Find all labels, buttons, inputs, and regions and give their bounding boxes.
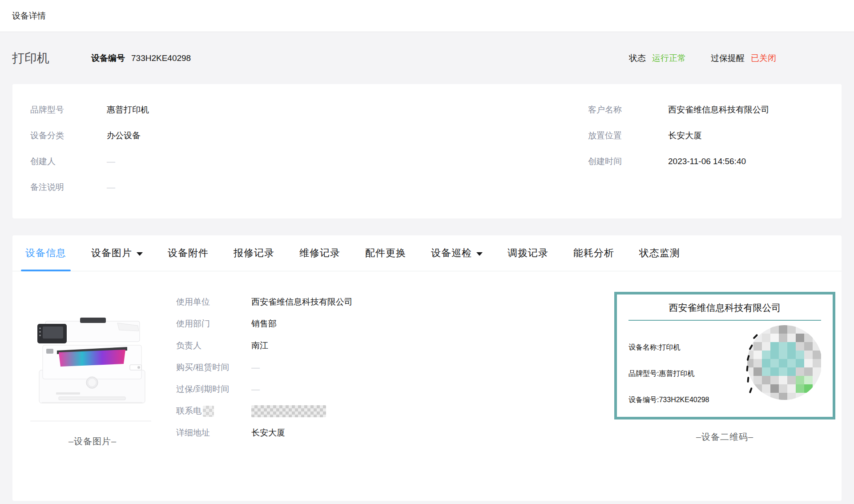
warranty-label: 过保提醒 (711, 52, 745, 64)
field-label: 使用单位 (176, 295, 251, 309)
field-value: 长安大厦 (251, 426, 285, 439)
detail-row-phone: 联系电 (176, 404, 614, 418)
tab-label: 设备图片 (91, 246, 132, 260)
detail-row: 负责人 南江 (176, 339, 614, 352)
qr-block: 西安雀维信息科技有限公司 设备名称:打印机 品牌型号:惠普打印机 设备编号:73… (614, 292, 835, 443)
tab-parts-replacement[interactable]: 配件更换 (359, 235, 412, 271)
qr-caption: –设备二维码– (614, 431, 835, 443)
device-name: 打印机 (12, 50, 49, 67)
pixelated-phone-value (251, 405, 326, 417)
tab-label: 设备巡检 (431, 246, 472, 260)
chevron-down-icon (137, 252, 143, 256)
tab-device-images[interactable]: 设备图片 (85, 235, 149, 271)
detail-row: 使用单位 西安雀维信息科技有限公司 (176, 295, 614, 309)
summary-row: 品牌型号 惠普打印机 (30, 102, 588, 117)
field-value: 西安雀维信息科技有限公司 (668, 102, 769, 117)
tab-device-info[interactable]: 设备信息 (19, 235, 73, 271)
summary-row: 客户名称 西安雀维信息科技有限公司 (588, 102, 824, 117)
warranty-value: 已关闭 (751, 52, 776, 64)
field-label: 购买/租赁时间 (176, 361, 251, 374)
image-divider (30, 421, 151, 421)
tab-device-inspection[interactable]: 设备巡检 (425, 235, 489, 271)
field-label: 负责人 (176, 339, 251, 352)
summary-row: 备注说明 — (30, 179, 588, 195)
qr-brand-line: 品牌型号:惠普打印机 (628, 369, 745, 379)
field-value-empty: — (251, 383, 260, 396)
tab-label: 维修记录 (299, 246, 340, 260)
field-label: 联系电 (176, 404, 201, 418)
status-item-run: 状态 运行正常 (629, 52, 686, 64)
field-label: 创建人 (30, 153, 107, 169)
field-value: 长安大厦 (668, 128, 702, 143)
detail-row: 详细地址 长安大厦 (176, 426, 614, 439)
device-image-caption: –设备图片– (30, 435, 155, 448)
tab-device-attachments[interactable]: 设备附件 (161, 235, 215, 271)
status-label: 状态 (629, 52, 646, 64)
tab-label: 设备附件 (168, 246, 209, 260)
field-value-empty: — (251, 361, 260, 374)
field-value: 2023-11-06 14:56:40 (668, 153, 746, 169)
tab-repair-requests[interactable]: 报修记录 (227, 235, 281, 271)
summary-card: 品牌型号 惠普打印机 设备分类 办公设备 创建人 — 备注说明 — 客户名称 西… (12, 84, 842, 218)
field-value: 办公设备 (107, 128, 141, 143)
detail-card: 设备信息 设备图片 设备附件 报修记录 维修记录 配件更换 设备巡检 调拨记录 … (12, 235, 842, 501)
device-code-label: 设备编号 (91, 52, 125, 64)
field-label: 过保/到期时间 (176, 383, 251, 396)
detail-row: 购买/租赁时间 — (176, 361, 614, 374)
field-label: 设备分类 (30, 128, 107, 143)
printer-image[interactable] (30, 308, 154, 409)
tab-transfer-records[interactable]: 调拨记录 (501, 235, 555, 271)
field-label: 品牌型号 (30, 102, 107, 117)
page-topbar: 设备详情 (0, 0, 854, 32)
pixelated-label-mask (203, 406, 214, 417)
device-info-panel: –设备图片– 使用单位 西安雀维信息科技有限公司 使用部门 销售部 负责人 南江… (12, 271, 842, 448)
qr-card: 西安雀维信息科技有限公司 设备名称:打印机 品牌型号:惠普打印机 设备编号:73… (614, 292, 835, 419)
qr-company-title: 西安雀维信息科技有限公司 (628, 302, 821, 321)
device-image-block: –设备图片– (30, 308, 155, 448)
device-header: 打印机 设备编号 733H2KE40298 状态 运行正常 过保提醒 已关闭 (0, 32, 854, 84)
qr-body: 设备名称:打印机 品牌型号:惠普打印机 设备编号:733H2KE40298 (628, 321, 821, 422)
field-value-empty: — (107, 179, 115, 195)
summary-right-column: 客户名称 西安雀维信息科技有限公司 放置位置 长安大厦 创建时间 2023-11… (588, 102, 824, 205)
qr-code-line: 设备编号:733H2KE40298 (628, 395, 745, 405)
usage-fields: 使用单位 西安雀维信息科技有限公司 使用部门 销售部 负责人 南江 购买/租赁时… (176, 295, 614, 448)
tab-label: 状态监测 (639, 246, 680, 260)
field-value: 惠普打印机 (107, 102, 149, 117)
summary-left-column: 品牌型号 惠普打印机 设备分类 办公设备 创建人 — 备注说明 — (30, 102, 588, 205)
field-label: 放置位置 (588, 128, 668, 143)
field-value: 销售部 (251, 317, 277, 331)
field-label: 详细地址 (176, 426, 251, 439)
tab-label: 调拨记录 (508, 246, 548, 260)
field-value: 西安雀维信息科技有限公司 (251, 295, 353, 309)
tab-maintenance-records[interactable]: 维修记录 (293, 235, 346, 271)
field-label: 客户名称 (588, 102, 668, 117)
tab-status-monitoring[interactable]: 状态监测 (633, 235, 686, 271)
field-label: 创建时间 (588, 153, 668, 169)
summary-row: 设备分类 办公设备 (30, 128, 588, 143)
summary-row: 放置位置 长安大厦 (588, 128, 824, 143)
detail-row: 使用部门 销售部 (176, 317, 614, 331)
field-label: 备注说明 (30, 179, 107, 195)
tab-bar: 设备信息 设备图片 设备附件 报修记录 维修记录 配件更换 设备巡检 调拨记录 … (12, 235, 842, 271)
device-code-value: 733H2KE40298 (131, 53, 191, 63)
field-label: 使用部门 (176, 317, 251, 331)
chevron-down-icon (476, 252, 483, 256)
tab-energy-analysis[interactable]: 能耗分析 (567, 235, 620, 271)
summary-row: 创建时间 2023-11-06 14:56:40 (588, 153, 824, 169)
qr-lines: 设备名称:打印机 品牌型号:惠普打印机 设备编号:733H2KE40298 (628, 343, 745, 422)
device-code: 设备编号 733H2KE40298 (91, 52, 191, 64)
qr-code-pixelated-image (745, 324, 821, 403)
status-item-warranty: 过保提醒 已关闭 (711, 52, 776, 64)
detail-row: 过保/到期时间 — (176, 383, 614, 396)
tab-label: 设备信息 (25, 246, 66, 260)
field-value: 南江 (251, 339, 268, 352)
status-value: 运行正常 (652, 52, 686, 64)
summary-row: 创建人 — (30, 153, 588, 169)
field-value-empty: — (107, 153, 115, 169)
tab-label: 配件更换 (365, 246, 406, 260)
field-label-phone: 联系电 (176, 404, 251, 418)
tab-label: 报修记录 (234, 246, 274, 260)
qr-device-name-line: 设备名称:打印机 (628, 343, 745, 352)
tab-label: 能耗分析 (573, 246, 614, 260)
status-group: 状态 运行正常 过保提醒 已关闭 (629, 52, 776, 64)
